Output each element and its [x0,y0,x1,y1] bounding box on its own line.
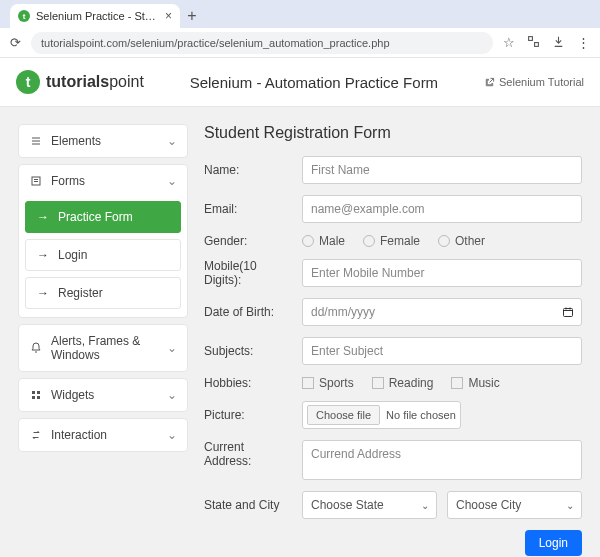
form-title: Student Registration Form [204,124,582,142]
chevron-down-icon: ⌄ [167,428,177,442]
logo-badge-icon: t [16,70,40,94]
radio-icon [438,235,450,247]
state-select[interactable]: Choose State [302,491,437,519]
sidebar-item-label: Practice Form [58,210,133,224]
sidebar-item-widgets[interactable]: Widgets ⌄ [19,379,187,411]
bell-icon [29,342,43,354]
subjects-label: Subjects: [204,344,292,358]
file-input[interactable]: Choose file No file chosen [302,401,461,429]
checkbox-icon [451,377,463,389]
sidebar-item-label: Forms [51,174,159,188]
mobile-input[interactable] [302,259,582,287]
city-select[interactable]: Choose City [447,491,582,519]
close-icon[interactable]: × [165,9,172,23]
download-icon[interactable] [552,35,565,50]
url-text: tutorialspoint.com/selenium/practice/sel… [41,37,390,49]
email-input[interactable] [302,195,582,223]
sidebar-subitem-register[interactable]: → Register [25,277,181,309]
state-city-label: State and City [204,498,292,512]
address-bar: ⟳ tutorialspoint.com/selenium/practice/s… [0,28,600,58]
gender-other-radio[interactable]: Other [438,234,485,248]
star-icon[interactable]: ☆ [503,35,515,50]
file-status-text: No file chosen [386,409,456,421]
arrow-right-icon: → [36,286,50,300]
sidebar-item-label: Widgets [51,388,159,402]
chevron-down-icon: ⌄ [167,174,177,188]
sidebar-item-label: Register [58,286,103,300]
sidebar-item-elements[interactable]: Elements ⌄ [19,125,187,157]
sidebar-item-label: Elements [51,134,159,148]
browser-tab-strip: t Selenium Practice - Student | × + [0,0,600,28]
choose-file-button[interactable]: Choose file [307,405,380,425]
browser-tab[interactable]: t Selenium Practice - Student | × [10,4,180,28]
arrow-right-icon: → [36,248,50,262]
picture-label: Picture: [204,408,292,422]
svg-rect-3 [32,391,35,394]
checkbox-icon [302,377,314,389]
gender-label: Gender: [204,234,292,248]
menu-icon[interactable]: ⋮ [577,35,590,50]
sidebar-group-elements: Elements ⌄ [18,124,188,158]
chevron-down-icon: ⌄ [167,134,177,148]
sidebar-group-widgets: Widgets ⌄ [18,378,188,412]
sidebar-item-label: Interaction [51,428,159,442]
radio-icon [302,235,314,247]
sidebar-group-alerts: Alerts, Frames & Windows ⌄ [18,324,188,372]
form-icon [29,175,43,187]
sidebar-item-alerts[interactable]: Alerts, Frames & Windows ⌄ [19,325,187,371]
address-label: Current Address: [204,440,292,468]
sidebar-item-label: Alerts, Frames & Windows [51,334,159,362]
swap-icon [29,429,43,441]
sidebar-item-forms[interactable]: Forms ⌄ [19,165,187,197]
hobby-reading-checkbox[interactable]: Reading [372,376,434,390]
svg-rect-1 [535,43,539,47]
sidebar-group-forms: Forms ⌄ → Practice Form → Login → Regist… [18,164,188,318]
email-label: Email: [204,202,292,216]
new-tab-button[interactable]: + [180,4,204,28]
extensions-icon[interactable] [527,35,540,50]
svg-rect-6 [37,396,40,399]
sidebar-subitem-login[interactable]: → Login [25,239,181,271]
main-content: Elements ⌄ Forms ⌄ → Practice Form → Log… [0,106,600,557]
url-input[interactable]: tutorialspoint.com/selenium/practice/sel… [31,32,493,54]
name-label: Name: [204,163,292,177]
hobby-music-checkbox[interactable]: Music [451,376,499,390]
svg-rect-4 [37,391,40,394]
hobbies-label: Hobbies: [204,376,292,390]
name-input[interactable] [302,156,582,184]
gender-male-radio[interactable]: Male [302,234,345,248]
reload-icon[interactable]: ⟳ [10,35,21,50]
dob-input[interactable] [302,298,582,326]
mobile-label: Mobile(10 Digits): [204,259,292,287]
selenium-tutorial-link[interactable]: Selenium Tutorial [484,76,584,88]
forms-sublist: → Practice Form → Login → Register [19,197,187,317]
dob-label: Date of Birth: [204,305,292,319]
chevron-down-icon: ⌄ [167,388,177,402]
sidebar-group-interaction: Interaction ⌄ [18,418,188,452]
arrow-right-icon: → [36,210,50,224]
tab-favicon: t [18,10,30,22]
sidebar-item-label: Login [58,248,87,262]
addr-actions: ☆ ⋮ [503,35,590,50]
list-icon [29,135,43,147]
site-logo[interactable]: t tutorialspoint [16,70,144,94]
svg-rect-5 [32,396,35,399]
logo-text: tutorialspoint [46,73,144,91]
header-link-text: Selenium Tutorial [499,76,584,88]
tab-title: Selenium Practice - Student | [36,10,159,22]
sidebar-item-interaction[interactable]: Interaction ⌄ [19,419,187,451]
hobby-sports-checkbox[interactable]: Sports [302,376,354,390]
grid-icon [29,389,43,401]
address-textarea[interactable] [302,440,582,480]
site-header: t tutorialspoint Selenium - Automation P… [0,58,600,106]
sidebar-subitem-practice-form[interactable]: → Practice Form [25,201,181,233]
login-button[interactable]: Login [525,530,582,556]
sidebar: Elements ⌄ Forms ⌄ → Practice Form → Log… [18,124,188,556]
chevron-down-icon: ⌄ [167,341,177,355]
form-area: Student Registration Form Name: Email: G… [204,124,582,556]
checkbox-icon [372,377,384,389]
svg-rect-0 [529,37,533,41]
gender-female-radio[interactable]: Female [363,234,420,248]
page-title: Selenium - Automation Practice Form [158,74,470,91]
subjects-input[interactable] [302,337,582,365]
